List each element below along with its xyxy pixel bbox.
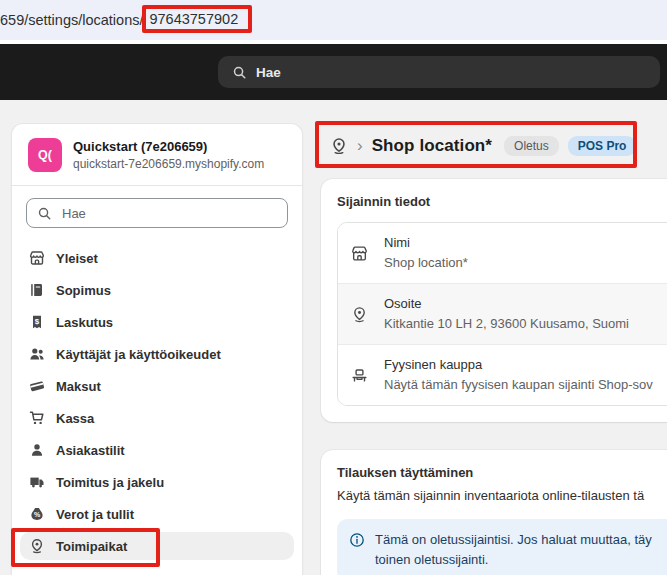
billing-icon: $ [29,314,45,330]
location-address-row: Osoite Kitkantie 10 LH 2, 93600 Kuusamo,… [338,283,667,344]
card-title: Sijainnin tiedot [337,194,667,209]
sidebar-item-label: Toimipaikat [56,539,127,554]
location-pin-icon [351,306,368,323]
svg-text:%: % [34,511,41,518]
url-location-id: 97643757902 [142,5,252,33]
location-details-card: Sijainnin tiedot Nimi Shop location* Oso… [321,179,667,422]
storefront-icon [29,250,45,266]
info-icon [349,532,365,548]
settings-search-input[interactable] [60,205,277,222]
browser-url-bar[interactable]: 659/settings/locations/97643757902 [0,0,667,40]
sidebar-item-laskutus[interactable]: $ Laskutus [20,308,294,336]
sidebar-item-toimipaikat[interactable]: Toimipaikat [20,532,294,560]
banner-text-line: toinen oletussijainti. [375,550,652,570]
contract-icon [29,282,45,298]
sidebar-item-label: Laskutus [56,315,113,330]
settings-search[interactable] [26,198,288,228]
breadcrumb: › Shop location* Oletus POS Pro [330,133,636,159]
users-icon [29,346,45,362]
banner-text-line: Tämä on oletussijaintisi. Jos haluat muu… [375,530,652,550]
sidebar-item-toimitus[interactable]: Toimitus ja jakelu [20,468,294,496]
checkout-cart-icon [29,410,45,426]
sidebar-item-asiakastilit[interactable]: Asiakastilit [20,436,294,464]
sidebar-item-label: Kassa [56,411,94,426]
pos-pro-badge: POS Pro [568,136,637,156]
sidebar-item-label: Verot ja tullit [56,507,134,522]
row-value: Näytä tämän fyysisen kaupan sijainti Sho… [384,376,653,394]
search-icon [37,206,52,221]
sidebar-item-verot[interactable]: % Verot ja tullit [20,500,294,528]
physical-store-icon [351,367,368,384]
row-value: Kitkantie 10 LH 2, 93600 Kuusamo, Suomi [384,315,629,333]
admin-top-bar: Hae [0,44,667,100]
location-pin-icon[interactable] [330,137,348,155]
sidebar-item-kayttajat[interactable]: Käyttäjät ja käyttöoikeudet [20,340,294,368]
store-switcher[interactable]: Q( Quickstart (7e206659) quickstart-7e20… [12,124,302,185]
global-search-button[interactable]: Hae [218,56,660,88]
store-name: Quickstart (7e206659) [73,139,264,155]
row-value: Shop location* [384,254,468,272]
taxes-icon: % [29,506,45,522]
sidebar-item-maksut[interactable]: Maksut [20,372,294,400]
store-avatar: Q( [28,138,62,172]
sidebar-item-label: Käyttäjät ja käyttöoikeudet [56,347,221,362]
chevron-right-icon: › [357,137,363,154]
row-label: Osoite [384,295,629,313]
sidebar-item-sopimus[interactable]: Sopimus [20,276,294,304]
sidebar-item-label: Yleiset [56,251,98,266]
settings-sidebar: Q( Quickstart (7e206659) quickstart-7e20… [11,123,303,575]
store-domain: quickstart-7e206659.myshopify.com [73,157,264,172]
sidebar-item-label: Toimitus ja jakelu [56,475,164,490]
fulfillment-card: Tilauksen täyttäminen Käytä tämän sijain… [321,450,667,575]
default-badge: Oletus [504,136,559,156]
location-name-row: Nimi Shop location* [338,223,667,283]
location-info-box: Nimi Shop location* Osoite Kitkantie 10 … [337,222,667,406]
customer-icon [29,442,45,458]
sidebar-item-label: Asiakastilit [56,443,125,458]
card-subtitle: Käytä tämän sijainnin inventaariota onli… [337,487,667,505]
location-pin-icon [29,538,45,554]
url-text: 659/settings/locations/ [0,12,143,28]
page-title: Shop location* [372,136,492,156]
divider [12,185,302,186]
card-title: Tilauksen täyttäminen [337,465,667,480]
payments-icon [29,378,45,394]
storefront-icon [351,245,368,262]
default-location-info-banner: Tämä on oletussijaintisi. Jos haluat muu… [337,519,667,575]
shipping-truck-icon [29,474,45,490]
physical-store-row: Fyysinen kauppa Näytä tämän fyysisen kau… [338,344,667,405]
sidebar-item-yleiset[interactable]: Yleiset [20,244,294,272]
settings-menu: Yleiset Sopimus $ Laskutus [12,234,302,570]
sidebar-item-label: Maksut [56,379,101,394]
row-label: Fyysinen kauppa [384,356,653,374]
search-icon [232,65,247,80]
svg-text:$: $ [35,317,40,326]
global-search-placeholder: Hae [256,65,281,80]
row-label: Nimi [384,234,468,252]
sidebar-item-kassa[interactable]: Kassa [20,404,294,432]
sidebar-item-label: Sopimus [56,283,111,298]
